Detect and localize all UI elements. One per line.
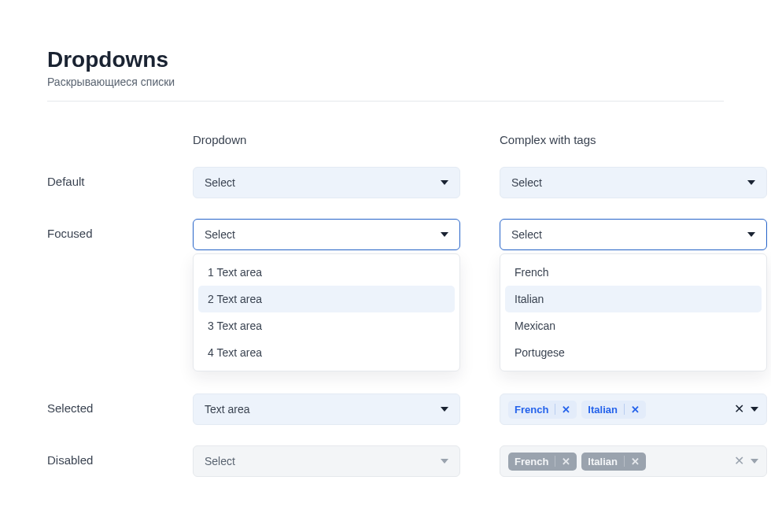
tag-italian: Italian ✕ — [581, 401, 646, 419]
dropdown-default[interactable]: Select — [193, 167, 460, 198]
chevron-down-icon — [441, 459, 448, 464]
dropdown-disabled-placeholder: Select — [205, 455, 235, 467]
tag-label: French — [515, 456, 548, 467]
chevron-down-icon — [441, 180, 448, 185]
chevron-down-icon — [441, 407, 448, 412]
showcase-grid: Dropdown Complex with tags Default Selec… — [47, 133, 724, 477]
menu-item[interactable]: Italian — [505, 286, 762, 312]
complex-default-placeholder: Select — [511, 176, 542, 189]
tag-separator — [624, 404, 625, 415]
dropdown-focused[interactable]: Select 1 Text area 2 Text area 3 Text ar… — [193, 219, 460, 373]
dropdown-selected[interactable]: Text area — [193, 393, 460, 425]
chevron-down-icon — [747, 180, 755, 185]
complex-selected[interactable]: French ✕ Italian ✕ ✕ — [500, 393, 767, 425]
dropdown-disabled: Select — [193, 445, 460, 477]
page-subtitle: Раскрывающиеся списки — [47, 76, 724, 88]
chevron-down-icon — [441, 232, 448, 237]
clear-all-icon: ✕ — [734, 455, 744, 467]
page-header: Dropdowns Раскрывающиеся списки — [47, 47, 724, 88]
complex-focused[interactable]: Select French Italian Mexican Portugese — [500, 219, 767, 373]
dropdown-focused-placeholder: Select — [205, 228, 235, 241]
menu-item[interactable]: 3 Text area — [198, 312, 455, 339]
menu-item[interactable]: 1 Text area — [198, 259, 455, 286]
menu-item[interactable]: Mexican — [505, 312, 762, 339]
tag-separator — [555, 456, 555, 467]
dropdown-default-placeholder: Select — [205, 176, 235, 189]
divider — [47, 101, 724, 102]
tag-remove-icon[interactable]: ✕ — [562, 405, 570, 415]
tag-label: French — [515, 404, 548, 416]
complex-menu: French Italian Mexican Portugese — [500, 253, 767, 371]
tag-separator — [555, 404, 555, 415]
row-label-default: Default — [47, 167, 153, 188]
row-label-selected: Selected — [47, 393, 153, 415]
tag-remove-icon[interactable]: ✕ — [631, 405, 640, 415]
row-label-focused: Focused — [47, 219, 153, 240]
tag-french-disabled: French ✕ — [508, 453, 577, 471]
row-label-disabled: Disabled — [47, 445, 153, 467]
tag-remove-icon: ✕ — [562, 456, 570, 467]
clear-all-icon[interactable]: ✕ — [734, 403, 744, 416]
menu-item[interactable]: Portugese — [505, 339, 762, 366]
chevron-down-icon — [751, 407, 758, 412]
column-header-dropdown: Dropdown — [193, 133, 460, 146]
dropdown-menu: 1 Text area 2 Text area 3 Text area 4 Te… — [193, 253, 460, 371]
tag-remove-icon: ✕ — [631, 456, 640, 467]
tag-french: French ✕ — [508, 401, 577, 419]
chevron-down-icon — [751, 459, 758, 464]
complex-default[interactable]: Select — [500, 167, 767, 198]
tag-label: Italian — [588, 456, 618, 467]
column-header-complex: Complex with tags — [500, 133, 767, 146]
tag-label: Italian — [588, 404, 618, 416]
menu-item[interactable]: 4 Text area — [198, 339, 455, 366]
complex-disabled: French ✕ Italian ✕ ✕ — [500, 445, 767, 477]
chevron-down-icon — [747, 232, 755, 237]
tag-separator — [624, 456, 625, 467]
menu-item[interactable]: 2 Text area — [198, 286, 455, 312]
tag-italian-disabled: Italian ✕ — [581, 453, 646, 471]
page-title: Dropdowns — [47, 47, 724, 72]
menu-item[interactable]: French — [505, 259, 762, 286]
complex-focused-placeholder: Select — [511, 228, 542, 241]
dropdown-selected-value: Text area — [205, 403, 250, 416]
